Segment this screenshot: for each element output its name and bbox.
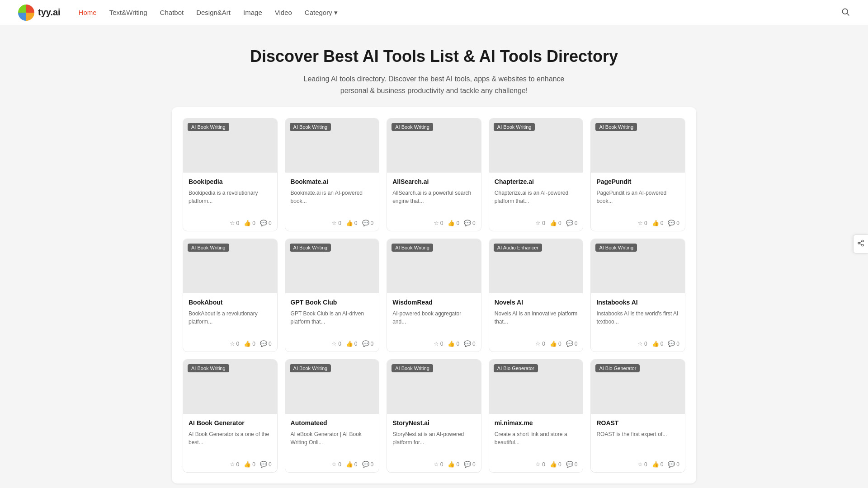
card-comments: 💬0	[566, 461, 578, 468]
card-stars: ☆0	[434, 461, 443, 468]
nav-design-art[interactable]: Design&Art	[196, 9, 231, 16]
star-icon: ☆	[535, 340, 541, 347]
card-image: AI Book Writing	[591, 239, 685, 293]
tool-card[interactable]: AI Book Writing Bookipedia Bookipedia is…	[183, 118, 278, 231]
comment-icon: 💬	[464, 461, 471, 468]
nav-home[interactable]: Home	[79, 9, 97, 16]
like-icon: 👍	[652, 220, 659, 226]
nav-text-writing[interactable]: Text&Writing	[109, 9, 147, 16]
tool-card[interactable]: AI Bio Generator ROAST ROAST is the firs…	[590, 359, 685, 473]
star-icon: ☆	[434, 461, 439, 468]
card-image: AI Book Writing	[285, 360, 379, 414]
card-desc: Novels AI is an innovative platform that…	[495, 310, 578, 331]
card-footer: ☆0 👍0 💬0	[591, 457, 685, 472]
card-footer: ☆0 👍0 💬0	[183, 216, 277, 231]
tool-card[interactable]: AI Book Writing AllSearch.ai AllSearch.a…	[387, 118, 481, 231]
card-likes: 👍0	[346, 461, 358, 468]
card-badge: AI Bio Generator	[494, 364, 538, 372]
card-badge: AI Book Writing	[494, 123, 535, 131]
tool-card[interactable]: AI Book Writing AI Book Generator AI Boo…	[183, 359, 278, 473]
card-footer: ☆0 👍0 💬0	[489, 216, 583, 231]
star-icon: ☆	[434, 340, 439, 347]
cards-grid: AI Book Writing Bookipedia Bookipedia is…	[183, 118, 685, 473]
card-comments: 💬0	[464, 340, 476, 347]
card-title: Bookmate.ai	[291, 178, 374, 185]
svg-line-7	[860, 241, 862, 243]
card-title: AI Book Generator	[189, 419, 272, 427]
card-likes: 👍0	[346, 340, 358, 347]
card-desc: GPT Book Club is an AI-driven platform t…	[291, 310, 374, 331]
tool-card[interactable]: AI Audio Enhancer Novels AI Novels AI is…	[489, 239, 584, 352]
card-image: AI Book Writing	[183, 360, 277, 414]
search-button[interactable]	[841, 7, 850, 18]
card-body: ROAST ROAST is the first expert of...	[591, 414, 685, 457]
card-title: ROAST	[596, 419, 679, 427]
svg-line-6	[860, 244, 862, 245]
nav-category[interactable]: Category ▾	[305, 9, 338, 17]
card-stars: ☆0	[637, 340, 647, 347]
card-comments: 💬0	[566, 340, 578, 347]
comment-icon: 💬	[566, 220, 573, 226]
card-likes: 👍0	[550, 340, 561, 347]
tool-card[interactable]: AI Book Writing BookAbout BookAbout is a…	[183, 239, 278, 352]
logo-link[interactable]: tyy.ai	[18, 5, 61, 21]
tool-card[interactable]: AI Book Writing StoryNest.ai StoryNest.a…	[387, 359, 481, 473]
card-desc: PagePundit is an AI-powered book...	[596, 189, 679, 211]
like-icon: 👍	[448, 340, 455, 347]
hero-section: Discover Best AI Tools List & AI Tools D…	[0, 25, 868, 107]
like-icon: 👍	[652, 340, 659, 347]
card-stars: ☆0	[434, 220, 443, 226]
card-comments: 💬0	[566, 220, 578, 226]
star-icon: ☆	[230, 220, 235, 226]
card-title: GPT Book Club	[291, 299, 374, 306]
tool-card[interactable]: AI Book Writing Instabooks AI Instabooks…	[590, 239, 685, 352]
card-image: AI Book Writing	[387, 360, 481, 414]
tool-card[interactable]: AI Book Writing Bookmate.ai Bookmate.ai …	[285, 118, 380, 231]
like-icon: 👍	[346, 340, 353, 347]
card-image: AI Book Writing	[591, 118, 685, 173]
card-desc: Bookipedia is a revolutionary platform..…	[189, 189, 272, 211]
main-container: AI Book Writing Bookipedia Bookipedia is…	[172, 107, 696, 483]
card-desc: Bookmate.ai is an AI-powered book...	[291, 189, 374, 211]
tool-card[interactable]: AI Book Writing PagePundit PagePundit is…	[590, 118, 685, 231]
card-badge: AI Book Writing	[392, 123, 433, 131]
tool-card[interactable]: AI Book Writing WisdomRead AI-powered bo…	[387, 239, 481, 352]
comment-icon: 💬	[260, 220, 267, 226]
card-desc: AI-powered book aggregator and...	[392, 310, 476, 331]
card-badge: AI Book Writing	[595, 123, 637, 131]
nav-video[interactable]: Video	[275, 9, 292, 16]
comment-icon: 💬	[362, 220, 369, 226]
card-likes: 👍0	[652, 340, 664, 347]
like-icon: 👍	[244, 340, 251, 347]
tool-card[interactable]: AI Bio Generator mi.nimax.me Create a sh…	[489, 359, 584, 473]
card-footer: ☆0 👍0 💬0	[591, 216, 685, 231]
nav-chatbot[interactable]: Chatbot	[160, 9, 184, 16]
like-icon: 👍	[652, 461, 659, 468]
card-badge: AI Book Writing	[188, 364, 229, 372]
card-likes: 👍0	[652, 461, 664, 468]
card-footer: ☆0 👍0 💬0	[285, 337, 379, 352]
card-title: Bookipedia	[189, 178, 272, 185]
nav-image[interactable]: Image	[243, 9, 262, 16]
card-footer: ☆0 👍0 💬0	[183, 337, 277, 352]
svg-point-5	[862, 244, 863, 246]
card-body: Bookipedia Bookipedia is a revolutionary…	[183, 173, 277, 216]
tool-card[interactable]: AI Book Writing GPT Book Club GPT Book C…	[285, 239, 380, 352]
logo-icon	[18, 5, 34, 21]
tool-card[interactable]: AI Book Writing Chapterize.ai Chapterize…	[489, 118, 584, 231]
comment-icon: 💬	[668, 340, 675, 347]
like-icon: 👍	[448, 461, 455, 468]
card-image: AI Book Writing	[489, 118, 583, 173]
card-footer: ☆0 👍0 💬0	[387, 457, 481, 472]
card-image: AI Book Writing	[387, 118, 481, 173]
chevron-down-icon: ▾	[334, 9, 338, 17]
star-icon: ☆	[637, 340, 643, 347]
card-badge: AI Book Writing	[188, 123, 229, 131]
card-comments: 💬0	[668, 220, 679, 226]
card-desc: AllSearch.ai is a powerful search engine…	[392, 189, 476, 211]
share-button[interactable]	[853, 235, 868, 253]
card-title: StoryNest.ai	[392, 419, 476, 427]
card-badge: AI Book Writing	[392, 244, 433, 252]
card-title: AllSearch.ai	[392, 178, 476, 185]
tool-card[interactable]: AI Book Writing Automateed AI eBook Gene…	[285, 359, 380, 473]
